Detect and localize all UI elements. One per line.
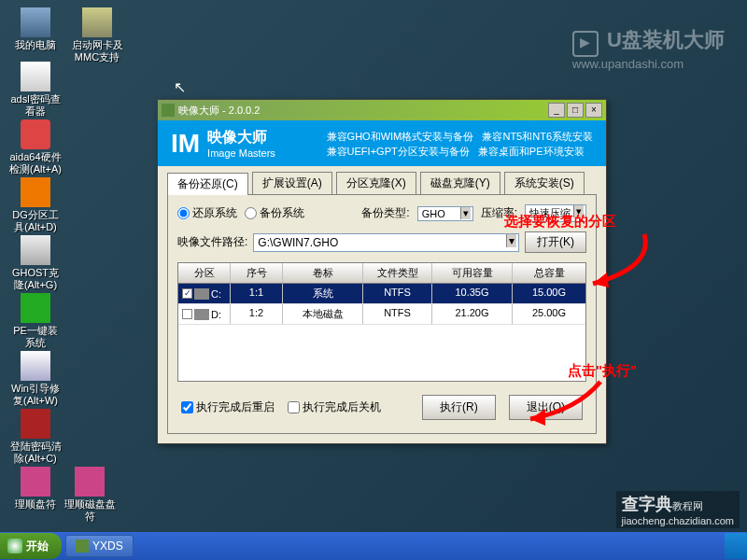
window-title: 映像大师 - 2.0.0.2 xyxy=(178,104,260,118)
grid-header: 分区 序号 卷标 文件类型 可用容量 总容量 xyxy=(178,263,585,284)
path-input[interactable]: G:\GWIN7.GHO xyxy=(253,233,519,252)
tabs: 备份还原(C) 扩展设置(A) 分区克隆(X) 磁盘克隆(Y) 系统安装(S) xyxy=(158,166,606,194)
partition-row-d[interactable]: D: 1:2 本地磁盘 NTFS 21.20G 25.00G xyxy=(178,304,585,325)
brand-icon xyxy=(572,31,599,57)
minimize-button[interactable]: _ xyxy=(548,103,565,118)
checkbox-c[interactable]: ✓ xyxy=(182,288,192,299)
compress-combo[interactable]: 快速压缩 xyxy=(525,204,586,222)
drive-icon xyxy=(194,288,209,300)
icon-drive-order[interactable]: 理顺盘符 xyxy=(9,467,62,511)
radio-restore[interactable]: 还原系统 xyxy=(177,205,237,221)
tab-backup-restore[interactable]: 备份还原(C) xyxy=(167,173,248,195)
execute-button[interactable]: 执行(R) xyxy=(422,395,496,420)
tab-extended[interactable]: 扩展设置(A) xyxy=(252,172,332,194)
start-button[interactable]: 开始 xyxy=(0,533,62,559)
taskbar: 开始 YXDS xyxy=(0,532,747,560)
icon-adsl[interactable]: adsl密码查看器 xyxy=(9,62,62,118)
maximize-button[interactable]: □ xyxy=(567,103,584,118)
icon-my-computer[interactable]: 我的电脑 xyxy=(9,7,62,51)
image-masters-window: 映像大师 - 2.0.0.2 _ □ × IM 映像大师 Image Maste… xyxy=(157,99,607,444)
checkbox-d[interactable] xyxy=(182,309,192,319)
drive-icon xyxy=(194,309,209,320)
icon-ghost[interactable]: GHOST克隆(Alt+G) xyxy=(9,235,62,291)
checkbox-reboot[interactable]: 执行完成后重启 xyxy=(181,399,275,415)
partition-grid: 分区 序号 卷标 文件类型 可用容量 总容量 ✓C: 1:1 系统 NTFS 1… xyxy=(177,262,586,382)
icon-network-mmc[interactable]: 启动网卡及MMC支持 xyxy=(71,7,123,63)
exit-button[interactable]: 退出(Q) xyxy=(509,395,583,420)
tab-disk-clone[interactable]: 磁盘克隆(Y) xyxy=(420,172,500,194)
bottom-watermark: 查字典教程网 jiaocheng.chazidian.com xyxy=(616,491,740,528)
icon-aida64[interactable]: aida64硬件检测(Alt+A) xyxy=(9,119,62,175)
checkbox-shutdown[interactable]: 执行完成后关机 xyxy=(288,399,381,415)
path-label: 映像文件路径: xyxy=(177,234,247,250)
banner: IM 映像大师 Image Masters 兼容GHO和WIM格式安装与备份 兼… xyxy=(158,120,606,166)
tab-install[interactable]: 系统安装(S) xyxy=(504,172,585,194)
icon-dg[interactable]: DG分区工具(Alt+D) xyxy=(9,177,62,233)
banner-logo: IM xyxy=(171,129,200,159)
main-panel: 还原系统 备份系统 备份类型: GHO 压缩率: 快速压缩 映像文件路径: G:… xyxy=(167,194,597,434)
titlebar[interactable]: 映像大师 - 2.0.0.2 _ □ × xyxy=(158,100,606,120)
radio-backup[interactable]: 备份系统 xyxy=(245,205,304,221)
system-tray[interactable] xyxy=(725,533,747,559)
close-button[interactable]: × xyxy=(585,103,602,118)
compress-label: 压缩率: xyxy=(481,205,517,221)
icon-password-clear[interactable]: 登陆密码清除(Alt+C) xyxy=(9,409,62,465)
open-button[interactable]: 打开(K) xyxy=(525,231,586,253)
tab-partition-clone[interactable]: 分区克隆(X) xyxy=(336,172,416,194)
icon-pe[interactable]: PE一键装系统 xyxy=(9,293,62,349)
brand-watermark: U盘装机大师 www.upandashi.com xyxy=(572,26,725,71)
icon-disk-order[interactable]: 理顺磁盘盘符 xyxy=(63,467,116,523)
partition-row-c[interactable]: ✓C: 1:1 系统 NTFS 10.35G 15.00G xyxy=(178,284,585,304)
app-icon xyxy=(162,104,175,117)
taskbar-item-yxds[interactable]: YXDS xyxy=(65,535,134,557)
backup-type-combo[interactable]: GHO xyxy=(417,206,473,221)
icon-winboot[interactable]: Win引导修复(Alt+W) xyxy=(9,351,62,407)
backup-type-label: 备份类型: xyxy=(361,205,409,221)
